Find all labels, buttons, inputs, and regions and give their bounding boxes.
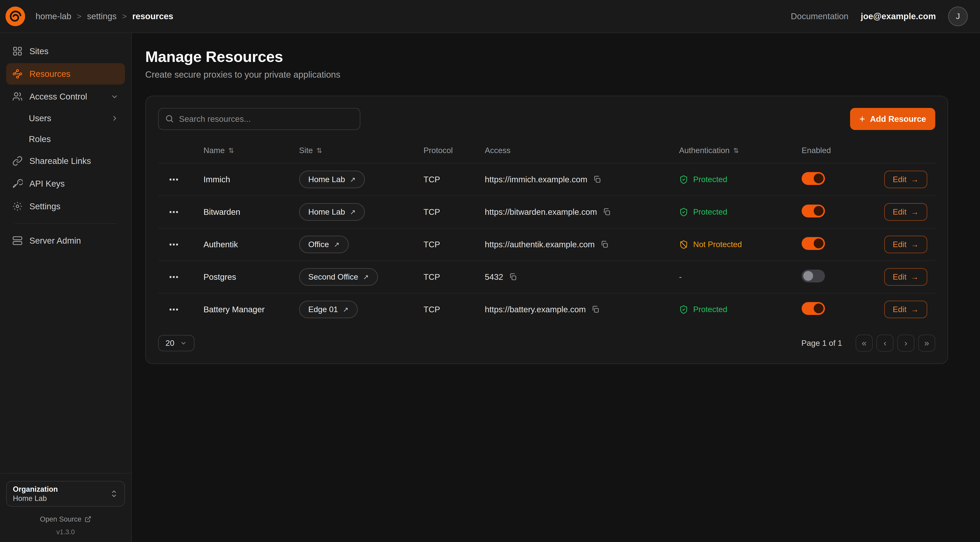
edit-button[interactable]: Edit→ [884, 236, 927, 253]
copy-icon[interactable] [593, 175, 601, 184]
shield-check-icon [679, 175, 688, 184]
server-icon [12, 236, 23, 246]
avatar[interactable]: J [948, 6, 968, 26]
add-resource-button[interactable]: + Add Resource [850, 108, 935, 130]
sidebar-item-users[interactable]: Users [6, 108, 125, 128]
open-source-link[interactable]: Open Source [6, 515, 125, 523]
auth-status: - [679, 273, 682, 281]
access-url: https://authentik.example.com [485, 240, 595, 249]
table-row: ⋯ Immich Home Lab↗ TCP https://immich.ex… [158, 163, 935, 195]
row-menu-button[interactable]: ⋯ [165, 271, 183, 283]
sidebar-item-label: API Keys [29, 179, 65, 189]
row-menu-button[interactable]: ⋯ [165, 206, 183, 218]
sort-by-name[interactable]: Name⇅ [204, 146, 234, 155]
sidebar-item-label: Resources [29, 69, 70, 79]
open-source-label: Open Source [40, 515, 81, 523]
auth-status: Not Protected [693, 240, 742, 249]
shield-check-icon [679, 305, 688, 314]
sidebar-divider [15, 223, 116, 224]
enabled-toggle[interactable] [802, 269, 825, 282]
copy-icon[interactable] [603, 208, 611, 216]
external-link-icon: ↗ [350, 208, 356, 216]
organization-selector[interactable]: Organization Home Lab [6, 481, 125, 507]
last-page-button[interactable]: » [918, 335, 935, 352]
edit-button[interactable]: Edit→ [884, 301, 927, 318]
enabled-toggle[interactable] [802, 237, 825, 250]
edit-button[interactable]: Edit→ [884, 203, 927, 221]
copy-icon[interactable] [600, 240, 609, 249]
header-enabled: Enabled [802, 146, 881, 155]
enabled-toggle[interactable] [802, 204, 825, 217]
site-link[interactable]: Home Lab↗ [299, 203, 365, 221]
sidebar-item-roles[interactable]: Roles [6, 129, 125, 149]
site-link[interactable]: Office↗ [299, 236, 349, 253]
chevrons-up-down-icon [110, 489, 118, 498]
auth-status: Protected [693, 305, 727, 314]
external-link-icon: ↗ [334, 241, 339, 249]
search-input[interactable] [158, 108, 360, 130]
chevron-right-icon [110, 114, 119, 123]
sort-by-site[interactable]: Site⇅ [299, 146, 322, 155]
documentation-link[interactable]: Documentation [791, 11, 849, 21]
page-subtitle: Create secure proxies to your private ap… [145, 70, 948, 80]
edit-button[interactable]: Edit→ [884, 171, 927, 188]
protocol: TCP [423, 175, 485, 184]
arrow-right-icon: → [911, 207, 919, 217]
next-page-button[interactable]: › [897, 335, 915, 352]
header-access: Access [485, 146, 679, 155]
topbar: home-lab > settings > resources Document… [0, 0, 980, 33]
breadcrumb-org[interactable]: home-lab [35, 11, 71, 21]
protocol: TCP [423, 240, 485, 249]
main-content: Manage Resources Create secure proxies t… [132, 33, 980, 542]
row-menu-button[interactable]: ⋯ [165, 239, 183, 250]
sidebar-item-sites[interactable]: Sites [6, 40, 125, 62]
previous-page-button[interactable]: ‹ [877, 335, 894, 352]
version-label: v1.3.0 [6, 528, 125, 536]
enabled-toggle[interactable] [802, 302, 825, 315]
copy-icon[interactable] [509, 273, 517, 281]
resources-table: Name⇅ Site⇅ Protocol Access Authenticati… [158, 142, 935, 325]
access-url: https://battery.example.com [485, 305, 586, 314]
sort-by-authentication[interactable]: Authentication⇅ [679, 146, 739, 155]
chevron-down-icon [110, 92, 119, 101]
first-page-button[interactable]: « [856, 335, 873, 352]
enabled-toggle[interactable] [802, 172, 825, 185]
external-link-icon: ↗ [350, 175, 356, 183]
sidebar-item-label: Users [29, 113, 51, 123]
breadcrumb-current-page[interactable]: resources [132, 11, 173, 21]
site-link[interactable]: Edge 01↗ [299, 301, 358, 318]
sidebar-item-label: Settings [29, 201, 60, 211]
sidebar-item-label: Server Admin [29, 236, 81, 245]
site-link[interactable]: Second Office↗ [299, 268, 378, 286]
auth-cell: - [679, 273, 802, 281]
site-link[interactable]: Home Lab↗ [299, 171, 365, 188]
breadcrumb-separator: > [117, 12, 132, 21]
shield-check-icon [679, 207, 688, 217]
sidebar-item-settings[interactable]: Settings [6, 196, 125, 217]
sidebar-item-resources[interactable]: Resources [6, 63, 125, 84]
sidebar-item-access-control[interactable]: Access Control [6, 86, 125, 107]
user-email[interactable]: joe@example.com [861, 11, 936, 21]
arrow-right-icon: → [911, 273, 919, 281]
sidebar-item-shareable-links[interactable]: Shareable Links [6, 150, 125, 172]
breadcrumb-settings[interactable]: settings [87, 11, 117, 21]
edit-button[interactable]: Edit→ [884, 268, 927, 286]
auth-status: Protected [693, 175, 727, 184]
sidebar-item-label: Roles [29, 134, 51, 144]
table-row: ⋯ Battery Manager Edge 01↗ TCP https://b… [158, 293, 935, 325]
app-logo-icon[interactable] [5, 6, 26, 27]
table-row: ⋯ Authentik Office↗ TCP https://authenti… [158, 228, 935, 260]
table-row: ⋯ Bitwarden Home Lab↗ TCP https://bitwar… [158, 195, 935, 228]
sidebar-item-server-admin[interactable]: Server Admin [6, 230, 125, 251]
sidebar-item-api-keys[interactable]: API Keys [6, 173, 125, 194]
sidebar-item-label: Shareable Links [29, 156, 91, 166]
row-menu-button[interactable]: ⋯ [165, 304, 183, 315]
page-size-select[interactable]: 20 [158, 335, 194, 351]
page-indicator: Page 1 of 1 [802, 339, 842, 348]
arrow-right-icon: → [911, 240, 919, 249]
copy-icon[interactable] [591, 305, 600, 314]
page-title: Manage Resources [145, 48, 948, 65]
chevron-down-icon [180, 340, 187, 347]
table-header: Name⇅ Site⇅ Protocol Access Authenticati… [158, 142, 935, 163]
row-menu-button[interactable]: ⋯ [165, 174, 183, 185]
